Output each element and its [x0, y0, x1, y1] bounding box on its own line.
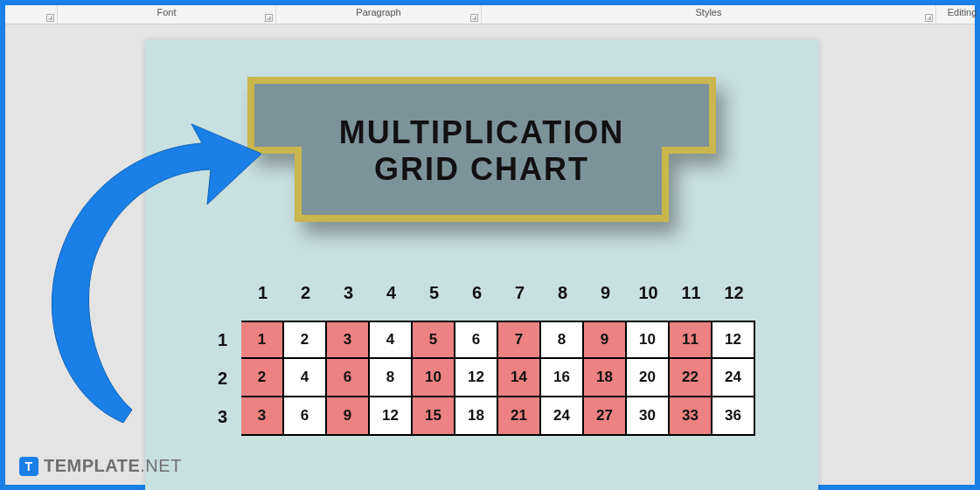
grid-cell[interactable]: 5 [413, 321, 455, 359]
watermark-brand-thin: .NET [140, 456, 182, 475]
table-row: 3369121518212427303336 [185, 397, 792, 436]
title-line-2: GRID CHART [374, 154, 589, 185]
grid-col-header: 1 [241, 283, 284, 303]
grid-cell[interactable]: 18 [584, 359, 627, 397]
grid-cell[interactable]: 2 [284, 321, 327, 359]
grid-col-header: 3 [327, 283, 370, 303]
grid-col-header: 10 [627, 283, 670, 303]
grid-row-header: 1 [185, 321, 241, 359]
grid-cell[interactable]: 15 [413, 397, 455, 436]
ribbon-label-editing: Editing [948, 7, 977, 17]
dialog-launcher-icon[interactable] [470, 14, 478, 22]
ribbon-bar: Font Paragraph Styles Editing [5, 5, 975, 24]
table-row: 1123456789101112 [185, 321, 792, 359]
grid-cell[interactable]: 8 [370, 359, 413, 397]
grid-cell[interactable]: 14 [498, 359, 541, 397]
grid-cell[interactable]: 4 [370, 321, 413, 359]
grid-cell[interactable]: 11 [670, 321, 712, 359]
grid-cell[interactable]: 6 [327, 359, 370, 397]
dialog-launcher-icon[interactable] [265, 14, 273, 22]
grid-cell[interactable]: 12 [712, 321, 755, 359]
ribbon-group-font: Font [58, 5, 276, 24]
grid-cell[interactable]: 6 [284, 397, 327, 436]
dialog-launcher-icon[interactable] [925, 14, 933, 22]
grid-cell[interactable]: 7 [498, 321, 541, 359]
grid-cell[interactable]: 8 [541, 321, 584, 359]
document-page[interactable]: MULTIPLICATION GRID CHART 12345678910111… [145, 40, 818, 490]
grid-cell[interactable]: 27 [584, 397, 627, 436]
grid-cell[interactable]: 10 [413, 359, 455, 397]
grid-col-header: 11 [670, 283, 712, 303]
grid-col-header: 7 [498, 283, 541, 303]
grid-cell[interactable]: 24 [541, 397, 584, 436]
grid-cell[interactable]: 12 [455, 359, 498, 397]
ribbon-group-editing: Editing [936, 5, 980, 24]
grid-cell[interactable]: 16 [541, 359, 584, 397]
ribbon-label-styles: Styles [696, 7, 722, 17]
ribbon-group-styles: Styles [482, 5, 936, 24]
ribbon-group-paragraph: Paragraph [276, 5, 482, 24]
table-row: 224681012141618202224 [185, 359, 792, 397]
grid-column-headers: 123456789101112 [241, 283, 792, 303]
grid-cell[interactable]: 10 [627, 321, 670, 359]
multiplication-grid: 123456789101112 112345678910111222468101… [185, 283, 792, 436]
grid-cell[interactable]: 33 [670, 397, 712, 436]
watermark: T TEMPLATE.NET [19, 456, 182, 476]
ribbon-group-clipboard [5, 5, 58, 24]
watermark-icon: T [19, 457, 38, 476]
title-plaque[interactable]: MULTIPLICATION GRID CHART [246, 75, 718, 224]
title-line-1: MULTIPLICATION [339, 117, 625, 148]
grid-col-header: 4 [370, 283, 413, 303]
grid-col-header: 2 [284, 283, 327, 303]
grid-cell[interactable]: 6 [455, 321, 498, 359]
grid-cell[interactable]: 20 [627, 359, 670, 397]
grid-cell[interactable]: 9 [584, 321, 627, 359]
grid-col-header: 8 [541, 283, 584, 303]
screenshot-frame: Font Paragraph Styles Editing MULTIPLI [0, 0, 980, 490]
title-text: MULTIPLICATION GRID CHART [246, 75, 718, 224]
dialog-launcher-icon[interactable] [46, 14, 54, 22]
ribbon-label-paragraph: Paragraph [356, 7, 400, 17]
editor-stage: MULTIPLICATION GRID CHART 12345678910111… [5, 24, 975, 485]
grid-col-header: 9 [584, 283, 627, 303]
grid-cell[interactable]: 36 [712, 397, 755, 436]
grid-cell[interactable]: 4 [284, 359, 327, 397]
grid-cell[interactable]: 22 [670, 359, 712, 397]
grid-cell[interactable]: 2 [241, 359, 284, 397]
grid-cell[interactable]: 3 [241, 397, 284, 436]
grid-row-header: 2 [185, 359, 241, 397]
grid-cell[interactable]: 9 [327, 397, 370, 436]
grid-cell[interactable]: 18 [455, 397, 498, 436]
grid-cell[interactable]: 12 [370, 397, 413, 436]
grid-row-header: 3 [185, 397, 241, 436]
grid-cell[interactable]: 21 [498, 397, 541, 436]
grid-col-header: 12 [712, 283, 755, 303]
grid-cell[interactable]: 24 [712, 359, 755, 397]
watermark-brand-bold: TEMPLATE [44, 456, 140, 475]
grid-rows: 1123456789101112224681012141618202224336… [185, 321, 792, 436]
grid-cell[interactable]: 1 [241, 321, 284, 359]
grid-cell[interactable]: 30 [627, 397, 670, 436]
grid-col-header: 5 [413, 283, 455, 303]
grid-col-header: 6 [455, 283, 498, 303]
ribbon-label-font: Font [156, 7, 176, 17]
grid-cell[interactable]: 3 [327, 321, 370, 359]
